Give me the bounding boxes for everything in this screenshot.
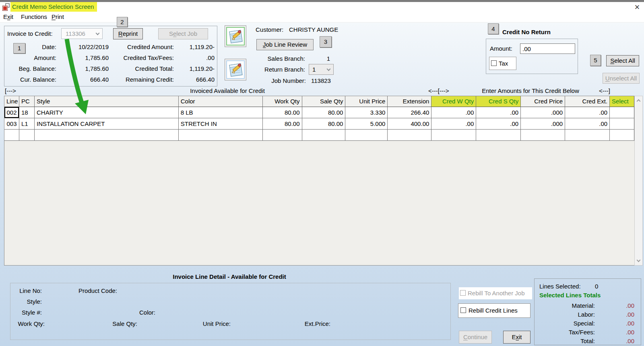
step-badge-3: 3: [320, 36, 332, 47]
chevron-down-icon: [96, 31, 100, 35]
table-cell[interactable]: STRETCH IN: [179, 118, 263, 130]
table-cell[interactable]: [19, 130, 35, 141]
detail-unit-price-label: Unit Price:: [190, 320, 231, 327]
taxfees-value: .00: [595, 329, 634, 336]
table-cell[interactable]: 18: [19, 107, 35, 118]
grid-scrollbar[interactable]: [634, 96, 643, 266]
rebill-credit-lines-checkbox[interactable]: Rebill Credit Lines: [458, 303, 530, 318]
table-cell[interactable]: [565, 130, 610, 141]
grid-header-pc: PC: [19, 96, 35, 107]
total-value: .00: [595, 338, 634, 344]
credited-taxfees-value: .00: [175, 54, 215, 61]
table-cell[interactable]: .000: [521, 107, 565, 118]
cnr-tax-checkbox[interactable]: Tax: [489, 57, 516, 70]
table-cell[interactable]: CHARITY: [35, 107, 179, 118]
invoice-number-dropdown[interactable]: 113306: [61, 28, 103, 39]
window-title: Credit Memo Selection Screen: [10, 2, 97, 12]
table-cell[interactable]: 8 LB: [179, 107, 263, 118]
grid-header-cred-s-qty: Cred S Qty: [476, 96, 521, 107]
lines-selected-value: 0: [595, 283, 598, 290]
table-row: [4, 130, 634, 141]
table-cell[interactable]: [345, 130, 388, 141]
grid-header-line: Line: [4, 96, 19, 107]
grid-header-style: Style: [35, 96, 179, 107]
table-cell[interactable]: .00: [565, 118, 610, 130]
remaining-credit-label: Remaining Credit:: [114, 76, 174, 83]
grid-header-unit-price: Unit Price: [345, 96, 388, 107]
table-cell[interactable]: [610, 130, 634, 141]
menu-functions[interactable]: Functions: [21, 13, 47, 21]
cnr-amount-input[interactable]: .00: [520, 43, 575, 54]
table-cell[interactable]: .00: [565, 107, 610, 118]
selected-lines-totals-title: Selected Lines Totals: [539, 292, 601, 299]
table-row: 00218CHARITY8 LB80.0080.003.330266.40.00…: [4, 107, 634, 118]
table-cell[interactable]: [610, 107, 634, 118]
cnr-tax-label: Tax: [499, 60, 508, 67]
table-cell[interactable]: 5.000: [345, 118, 388, 130]
table-cell[interactable]: 80.00: [263, 107, 302, 118]
table-cell[interactable]: 002: [4, 107, 19, 118]
beg-balance-label: Beg. Balance:: [8, 65, 56, 72]
table-cell[interactable]: [476, 130, 521, 141]
table-cell[interactable]: .00: [476, 107, 521, 118]
table-cell[interactable]: [521, 130, 565, 141]
notepad-pencil-icon: [226, 60, 245, 79]
grid-header-color: Color: [179, 96, 263, 107]
return-branch-value: 1: [312, 66, 316, 73]
special-label: Special:: [539, 320, 595, 327]
invoice-notes-button[interactable]: [225, 25, 246, 47]
table-row: 003L1INSTALLATION CARPETSTRETCH IN80.008…: [4, 118, 634, 130]
table-cell[interactable]: 266.40: [388, 107, 431, 118]
scroll-down-icon[interactable]: [637, 258, 641, 262]
table-cell[interactable]: .00: [431, 118, 476, 130]
menu-bar: Exit Functions Print: [0, 12, 644, 23]
grid-body: 00218CHARITY8 LB80.0080.003.330266.40.00…: [4, 107, 634, 141]
job-notes-button[interactable]: [225, 59, 246, 80]
table-cell[interactable]: .000: [521, 118, 565, 130]
selected-lines-totals-box: Lines Selected: 0 Selected Lines Totals …: [534, 278, 641, 345]
scroll-up-icon[interactable]: [637, 99, 641, 103]
menu-print[interactable]: Print: [52, 13, 64, 21]
table-cell[interactable]: 400.00: [388, 118, 431, 130]
band-left-bracket: [--->: [5, 87, 16, 94]
table-cell[interactable]: [388, 130, 431, 141]
grid-header-extension: Extension: [388, 96, 431, 107]
table-cell[interactable]: .00: [476, 118, 521, 130]
table-cell[interactable]: [35, 130, 179, 141]
table-cell[interactable]: [610, 118, 634, 130]
table-cell[interactable]: [4, 130, 19, 141]
table-cell[interactable]: .00: [431, 107, 476, 118]
beg-balance-value: 1,785.60: [60, 65, 109, 72]
select-all-button[interactable]: Select All: [606, 55, 639, 66]
credited-amount-value: 1,119.20-: [175, 43, 215, 50]
exit-button[interactable]: Exit: [503, 331, 530, 344]
menu-exit[interactable]: Exit: [3, 13, 13, 21]
table-cell[interactable]: INSTALLATION CARPET: [35, 118, 179, 130]
material-value: .00: [595, 302, 634, 309]
rebill-to-another-job-label: Rebill To Another Job: [468, 290, 524, 297]
date-value: 10/22/2019: [60, 43, 109, 50]
special-value: .00: [595, 320, 634, 327]
table-cell[interactable]: [302, 130, 346, 141]
table-cell[interactable]: L1: [19, 118, 35, 130]
job-line-review-button[interactable]: Job Line Review: [256, 39, 314, 50]
labor-label: Labor:: [539, 311, 595, 318]
band-right-title: Enter Amounts for This Credit Below: [463, 87, 598, 94]
credited-total-value: 1,119.20-: [175, 65, 215, 72]
invoice-number-value: 113306: [66, 30, 85, 37]
table-cell[interactable]: 003: [4, 118, 19, 130]
sales-branch-value: 1: [317, 55, 330, 62]
amount-label: Amount:: [8, 54, 56, 61]
table-cell[interactable]: [431, 130, 476, 141]
table-cell[interactable]: [179, 130, 263, 141]
return-branch-label: Return Branch:: [257, 66, 305, 73]
return-branch-dropdown[interactable]: 1: [309, 64, 334, 75]
grid-header-work-qty: Work Qty: [263, 96, 302, 107]
reprint-button[interactable]: Reprint: [113, 28, 143, 39]
table-cell[interactable]: 3.330: [345, 107, 388, 118]
table-cell[interactable]: [263, 130, 302, 141]
close-icon[interactable]: ×: [631, 2, 643, 13]
table-cell[interactable]: 80.00: [302, 107, 346, 118]
table-cell[interactable]: 80.00: [302, 118, 346, 130]
table-cell[interactable]: 80.00: [263, 118, 302, 130]
